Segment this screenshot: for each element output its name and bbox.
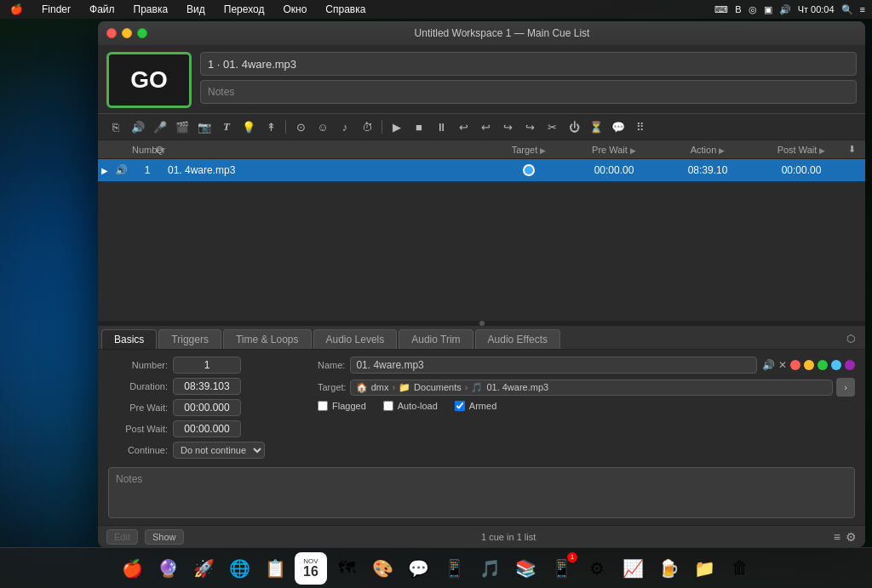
menubar-time: Чт 00:04	[798, 4, 835, 14]
window-title: Untitled Workspace 1 — Main Cue List	[147, 27, 857, 39]
toolbar-clock-icon[interactable]: ⏳	[587, 117, 605, 136]
apple-menu[interactable]: 🍎	[7, 3, 26, 15]
row-postwait: 00:00.00	[754, 164, 848, 176]
toolbar-group-icon[interactable]: ☺	[313, 117, 332, 136]
menubar-search-icon[interactable]: 🔍	[841, 4, 853, 15]
show-button[interactable]: Show	[145, 529, 184, 545]
go-menu[interactable]: Переход	[221, 3, 268, 15]
row-target	[490, 164, 567, 177]
dock-calendar[interactable]: NOV16	[295, 552, 327, 585]
table-row[interactable]: ▶ 🔊 1 01. 4ware.mp3 00:00.00 08:39.10 00…	[98, 159, 865, 181]
pre-wait-label: Pre Wait:	[108, 402, 168, 413]
window-menu[interactable]: Окно	[279, 3, 310, 15]
settings-icon[interactable]: ⚙	[846, 530, 857, 544]
finder-menu[interactable]: Finder	[38, 3, 74, 15]
toolbar-forward-icon[interactable]: ↪	[498, 117, 517, 136]
dock-books[interactable]: 📚	[509, 552, 542, 585]
post-wait-value[interactable]: 00:00.000	[173, 420, 241, 437]
toolbar-cue-icon[interactable]: ⊙	[291, 117, 310, 136]
dock-homebrew[interactable]: 🍺	[652, 552, 685, 585]
toolbar-back-icon[interactable]: ↩	[454, 117, 473, 136]
toolbar-mic-icon[interactable]: 🎤	[151, 117, 169, 136]
tab-triggers[interactable]: Triggers	[158, 329, 221, 349]
dock-music[interactable]: 🎵	[473, 552, 506, 585]
dock-messages[interactable]: 💬	[402, 552, 434, 585]
minimize-button[interactable]	[122, 28, 132, 38]
table-body: ▶ 🔊 1 01. 4ware.mp3 00:00.00 08:39.10 00…	[98, 159, 865, 321]
number-label: Number:	[108, 360, 168, 370]
toolbar-play-icon[interactable]: ▶	[387, 117, 406, 136]
tab-time-loops[interactable]: Time & Loops	[223, 329, 312, 349]
menubar-bitcoin-icon: B	[735, 4, 741, 14]
dock-notes[interactable]: 📋	[259, 552, 291, 585]
dock-finder2[interactable]: 📁	[688, 552, 720, 585]
target-navigate-button[interactable]: ›	[836, 378, 855, 397]
dock-systemprefs[interactable]: ⚙	[581, 552, 613, 585]
toolbar-power-icon[interactable]: ⏻	[565, 117, 583, 136]
toolbar-audio-icon[interactable]: 🔊	[129, 117, 147, 136]
path-dmx: dmx	[371, 382, 389, 392]
toolbar-chat-icon[interactable]: 💬	[609, 117, 628, 136]
notes-area[interactable]: Notes	[108, 467, 855, 518]
tab-expand-icon[interactable]: ⬡	[840, 329, 862, 349]
tab-audio-effects[interactable]: Audio Effects	[475, 329, 561, 349]
dock-launchpad[interactable]: 🚀	[187, 552, 220, 585]
toolbar-text-icon[interactable]: T	[217, 117, 236, 136]
auto-load-checkbox[interactable]	[383, 401, 393, 411]
pre-wait-value[interactable]: 00:00.000	[173, 399, 241, 416]
menubar-share-icon: ◎	[749, 4, 757, 15]
flagged-checkbox[interactable]	[318, 401, 328, 411]
toolbar-timer-icon[interactable]: ⏱	[358, 117, 376, 136]
toolbar-cut-icon[interactable]: ✂	[542, 117, 561, 136]
toolbar-video-icon[interactable]: 🎬	[173, 117, 192, 136]
color-blue[interactable]	[831, 360, 841, 370]
toolbar-script-icon[interactable]: ↟	[261, 117, 280, 136]
go-button[interactable]: GO	[106, 52, 192, 108]
color-green[interactable]	[818, 360, 828, 370]
name-input[interactable]: 01. 4ware.mp3	[350, 357, 757, 374]
list-view-icon[interactable]: ≡	[834, 530, 840, 544]
tab-basics[interactable]: Basics	[101, 329, 157, 349]
dock-maps[interactable]: 🗺	[330, 552, 363, 585]
color-purple[interactable]	[845, 360, 855, 370]
name-audio-icon: 🔊	[762, 359, 775, 371]
color-red[interactable]	[790, 360, 800, 370]
th-prewait-arrow: ▶	[630, 146, 636, 155]
bottom-icons: ≡ ⚙	[834, 530, 857, 544]
tab-audio-levels[interactable]: Audio Levels	[313, 329, 398, 349]
close-button[interactable]	[106, 28, 117, 38]
duration-label: Duration:	[108, 381, 168, 391]
menubar-control-icon[interactable]: ≡	[860, 4, 865, 14]
dock-photos[interactable]: 🎨	[366, 552, 399, 585]
armed-checkbox[interactable]	[455, 401, 465, 411]
edit-button[interactable]: Edit	[106, 529, 138, 545]
dock-siri[interactable]: 🔮	[152, 552, 184, 585]
toolbar-pause-icon[interactable]: ⏸	[432, 117, 450, 136]
color-orange[interactable]	[804, 360, 814, 370]
dock-trash[interactable]: 🗑	[724, 552, 756, 585]
toolbar-grid-icon[interactable]: ⠿	[631, 117, 650, 136]
tab-audio-trim[interactable]: Audio Trim	[399, 329, 473, 349]
toolbar-light-icon[interactable]: 💡	[239, 117, 258, 136]
continue-select[interactable]: Do not continue	[173, 442, 265, 459]
dock-appstore[interactable]: 📱 1	[545, 552, 577, 585]
view-menu[interactable]: Вид	[183, 3, 209, 15]
cue-tabs: Basics Triggers Time & Loops Audio Level…	[98, 326, 865, 350]
toolbar-camera-icon[interactable]: 📷	[195, 117, 214, 136]
name-clear-icon[interactable]: ✕	[778, 359, 787, 371]
dock-facetime[interactable]: 📱	[438, 552, 470, 585]
toolbar-stop-icon[interactable]: ■	[410, 117, 428, 136]
maximize-button[interactable]	[137, 28, 147, 38]
toolbar-duplicate-icon[interactable]: ⎘	[106, 117, 125, 136]
toolbar-back2-icon[interactable]: ↩	[476, 117, 495, 136]
status-text: 1 cue in 1 list	[191, 532, 827, 542]
help-menu[interactable]: Справка	[322, 3, 369, 15]
cue-notes-display[interactable]: Notes	[200, 80, 857, 104]
file-menu[interactable]: Файл	[86, 3, 118, 15]
toolbar-fade-icon[interactable]: ♪	[336, 117, 354, 136]
dock-finder[interactable]: 🍎	[116, 552, 148, 585]
dock-grapher[interactable]: 📈	[617, 552, 649, 585]
toolbar-forward2-icon[interactable]: ↪	[520, 117, 539, 136]
edit-menu[interactable]: Правка	[130, 3, 172, 15]
dock-safari[interactable]: 🌐	[223, 552, 255, 585]
